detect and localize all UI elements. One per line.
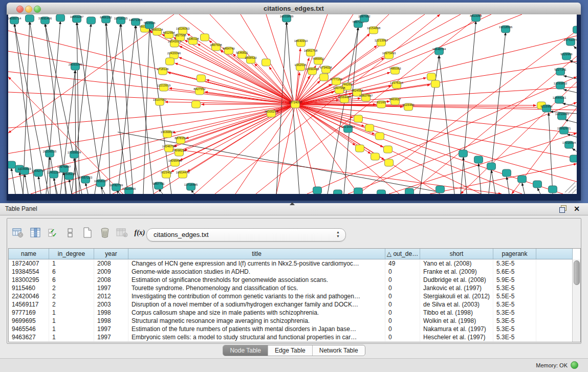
graph-node[interactable] [533, 181, 542, 188]
graph-node[interactable] [474, 156, 483, 163]
new-table-icon[interactable] [79, 225, 96, 240]
network-canvas[interactable]: 7663822866012489129541922605398275081654… [8, 14, 577, 194]
graph-edge [184, 104, 295, 150]
select-rows-icon[interactable]: ✓✓ [44, 225, 61, 240]
graph-node[interactable] [166, 58, 175, 65]
graph-node-label: 13716485 [184, 183, 198, 186]
delete-column-icon[interactable]: x [114, 225, 131, 240]
memory-ok-indicator[interactable] [571, 361, 578, 369]
graph-node[interactable] [201, 34, 209, 41]
table-cell: 9115460 [9, 284, 49, 292]
graph-edge [11, 168, 15, 194]
column-header-title[interactable]: title [128, 249, 385, 259]
graph-node[interactable] [87, 17, 96, 24]
column-header-pagerank[interactable]: pagerank [493, 249, 536, 259]
graph-node[interactable] [192, 101, 201, 108]
graph-node[interactable] [320, 74, 329, 81]
graph-node[interactable] [405, 188, 414, 194]
column-header-out_degree[interactable]: △ out_de… [385, 249, 420, 259]
graph-node-label: 7955812 [312, 57, 324, 60]
graph-node[interactable] [436, 186, 445, 193]
vertical-scrollbar[interactable] [572, 259, 580, 342]
table-row[interactable]: 1830029562008Estimation of significance … [9, 276, 573, 284]
graph-node-label: 16210643 [555, 113, 569, 116]
graph-node[interactable] [385, 159, 394, 166]
graph-node[interactable] [503, 169, 511, 177]
graph-node-label: 10973493 [382, 52, 396, 55]
column-header-year[interactable]: year [94, 249, 128, 259]
table-row[interactable]: 946362711997Embryonic stem cells: a mode… [9, 333, 573, 341]
table-row[interactable]: 946554611997Estimation of the future num… [9, 325, 573, 333]
window-titlebar[interactable]: citations_edges.txt [7, 3, 581, 15]
table-row[interactable]: 977716911998Corpus callosum shape and si… [9, 309, 573, 317]
table-row[interactable]: 911546021997Tourette syndrome. Phenomeno… [9, 284, 573, 292]
table-row[interactable]: 969969511998Structural magnetic resonanc… [9, 317, 573, 325]
table-row[interactable]: 1938455462009Genome-wide association stu… [9, 268, 573, 276]
collapse-handle-icon[interactable] [290, 202, 295, 205]
graph-node[interactable] [371, 153, 380, 160]
graph-node[interactable] [197, 75, 206, 82]
graph-edge [169, 148, 502, 194]
graph-edge [537, 188, 540, 194]
graph-node[interactable] [549, 186, 557, 193]
graph-node[interactable] [313, 187, 322, 194]
column-header-name[interactable]: name [9, 249, 49, 259]
table-row[interactable]: 2242004622012Investigating the contribut… [9, 292, 573, 300]
graph-node[interactable] [377, 190, 386, 194]
graph-node[interactable] [356, 145, 364, 152]
table-settings-icon[interactable] [9, 225, 27, 240]
graph-edge [565, 120, 577, 123]
show-column-icon[interactable] [27, 225, 44, 240]
graph-edge [574, 46, 577, 49]
graph-node-label: 17957223 [79, 176, 93, 179]
column-header-filler[interactable] [536, 249, 573, 259]
graph-node[interactable] [334, 190, 342, 194]
graph-node[interactable] [354, 115, 363, 122]
tab-node-table[interactable]: Node Table [223, 345, 268, 356]
table-cell: Structural magnetic resonance image aver… [128, 317, 385, 325]
table-cell: Changes of HCN gene expression and I(f) … [128, 259, 385, 268]
tab-network-table[interactable]: Network Table [313, 345, 365, 356]
delete-table-icon[interactable] [96, 225, 114, 240]
graph-node[interactable] [8, 161, 16, 168]
graph-node[interactable] [376, 133, 384, 140]
table-selector-dropdown[interactable]: citations_edges.txt ▲▼ [146, 228, 346, 242]
graph-node[interactable] [487, 163, 496, 170]
function-builder-icon[interactable]: f(x) [131, 225, 148, 240]
row-height-icon[interactable] [61, 225, 79, 240]
graph-node[interactable] [262, 59, 271, 66]
close-panel-icon[interactable]: ✕ [574, 204, 580, 213]
graph-edge [8, 72, 295, 104]
graph-edge [72, 24, 91, 194]
table-row[interactable]: 1456911722003Disruption of a novel membe… [9, 300, 573, 309]
graph-node-label: 12093832 [554, 82, 568, 85]
graph-node-label: 18724007 [289, 101, 302, 104]
graph-node-label: 14099489 [168, 159, 182, 162]
graph-node-label: 16648784 [432, 48, 446, 51]
table-cell: 5.3E-5 [493, 300, 536, 309]
graph-node[interactable] [384, 146, 393, 153]
graph-node[interactable] [573, 26, 577, 33]
table-cell: 0 [385, 284, 420, 292]
resize-grip-icon[interactable] [565, 182, 576, 193]
citation-network-graph[interactable]: 7663822866012489129541922605398275081654… [8, 14, 577, 194]
graph-node[interactable] [431, 80, 440, 87]
graph-node[interactable] [570, 155, 577, 162]
float-panel-icon[interactable] [559, 205, 567, 212]
graph-node[interactable] [365, 124, 374, 132]
graph-node[interactable] [427, 73, 436, 80]
graph-node-label: 2087682 [358, 15, 371, 18]
graph-edge [563, 90, 577, 93]
graph-node[interactable] [354, 188, 363, 194]
tab-edge-table[interactable]: Edge Table [268, 345, 313, 356]
table-row[interactable]: 1872400712008Changes of HCN gene express… [9, 259, 573, 268]
column-header-in_degree[interactable]: in_degree [49, 249, 94, 259]
column-header-short[interactable]: short [420, 249, 493, 259]
graph-node[interactable] [56, 14, 65, 21]
graph-node[interactable] [26, 15, 34, 22]
graph-node-label: 11451194 [47, 171, 60, 174]
graph-node[interactable] [518, 176, 527, 183]
scrollbar-thumb[interactable] [574, 260, 580, 285]
table-cell: 2003 [94, 300, 128, 309]
graph-node[interactable] [459, 150, 468, 157]
